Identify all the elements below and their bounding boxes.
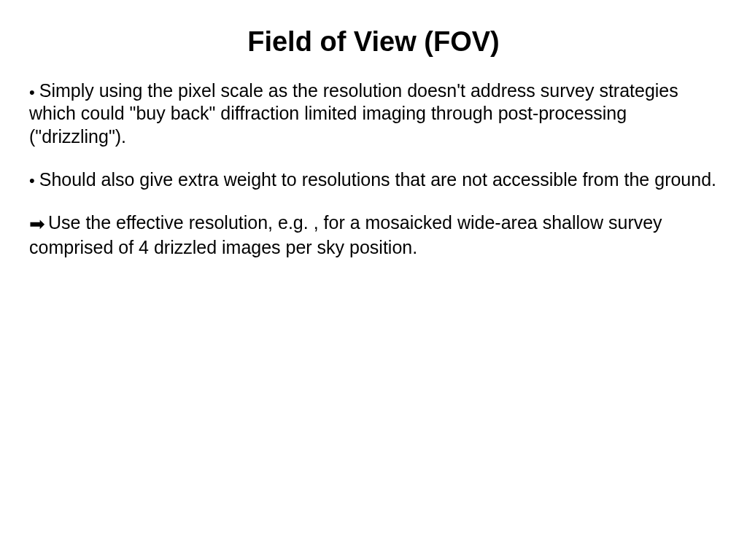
bullet-text: Simply using the pixel scale as the reso… bbox=[29, 80, 678, 147]
bullet-item: •Should also give extra weight to resolu… bbox=[29, 168, 718, 191]
bullet-text: Use the effective resolution, e.g. , for… bbox=[29, 212, 662, 257]
bullet-text: Should also give extra weight to resolut… bbox=[39, 169, 716, 190]
slide-title: Field of View (FOV) bbox=[29, 26, 718, 58]
bullet-icon: • bbox=[29, 82, 35, 103]
bullet-item: •Simply using the pixel scale as the res… bbox=[29, 79, 718, 148]
bullet-item: ➡Use the effective resolution, e.g. , fo… bbox=[29, 211, 718, 259]
arrow-icon: ➡ bbox=[29, 212, 45, 236]
bullet-icon: • bbox=[29, 171, 35, 191]
